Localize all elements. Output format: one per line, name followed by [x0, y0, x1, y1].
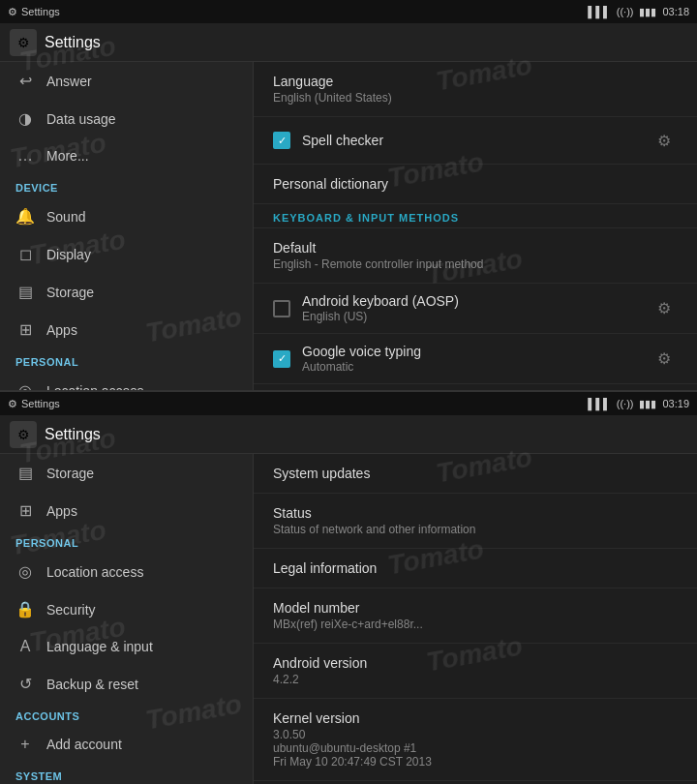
language-title: Language — [273, 74, 678, 89]
bottom-status-title: Settings — [21, 398, 60, 409]
status-title: Status — [273, 505, 678, 521]
bottom-backup-label: Backup & reset — [46, 677, 138, 692]
bottom-signal-icon: ▌▌▌ — [588, 398, 610, 409]
top-content-panel: Language English (United States) Spell c… — [254, 62, 697, 390]
google-voice-row[interactable]: Google voice typing Automatic ⚙ — [254, 334, 697, 384]
bottom-screen: ⚙ Settings ▌▌▌ ((·)) ▮▮▮ 03:19 ⚙ Setting… — [0, 392, 697, 784]
bottom-language-label: Language & input — [46, 639, 153, 654]
answer-icon: ↩ — [15, 72, 35, 90]
sidebar-item-data-usage[interactable]: ◑ Data usage — [0, 100, 253, 137]
default-item[interactable]: Default English - Remote controller inpu… — [254, 228, 697, 284]
sidebar-item-display[interactable]: ◻ Display — [0, 235, 253, 273]
top-title-bar: ⚙ Settings — [0, 23, 697, 62]
legal-info-item[interactable]: Legal information — [254, 549, 697, 588]
bottom-battery-icon: ▮▮▮ — [639, 398, 656, 410]
data-icon: ◑ — [15, 109, 35, 128]
top-screen: ⚙ Settings ▌▌▌ ((·)) ▮▮▮ 03:18 ⚙ Setting… — [0, 0, 697, 392]
bottom-backup-icon: ↺ — [15, 675, 35, 693]
settings-icon: ⚙ — [8, 6, 17, 18]
status-subtitle: Status of network and other information — [273, 523, 678, 536]
sound-label: Sound — [46, 209, 85, 225]
spell-checker-text: Spell checker — [302, 133, 639, 148]
sidebar-item-storage[interactable]: ▤ Storage — [0, 273, 253, 311]
top-page-title: Settings — [45, 34, 101, 51]
storage-label: Storage — [46, 285, 94, 300]
sidebar-item-answer[interactable]: ↩ Answer — [0, 62, 253, 100]
spell-checker-settings-icon[interactable]: ⚙ — [651, 127, 678, 154]
bottom-storage-icon: ▤ — [15, 464, 35, 482]
add-account-label: Add account — [46, 737, 122, 752]
add-account-icon: + — [15, 736, 35, 753]
device-section-label: DEVICE — [0, 174, 253, 197]
model-number-title: Model number — [273, 600, 678, 616]
android-version-title: Android version — [273, 655, 678, 671]
personal-dictionary-item[interactable]: Personal dictionary — [254, 165, 697, 204]
system-section-label: SYSTEM — [0, 763, 253, 784]
japanese-ime-row[interactable]: Japanese IME Japanese ⚙ — [254, 384, 697, 390]
language-item[interactable]: Language English (United States) — [254, 62, 697, 117]
bottom-time: 03:19 — [662, 398, 689, 409]
bottom-sidebar-storage[interactable]: ▤ Storage — [0, 454, 253, 492]
bottom-sidebar-security[interactable]: 🔒 Security — [0, 590, 253, 628]
kernel-version-title: Kernel version — [273, 710, 678, 726]
kernel-version-item[interactable]: Kernel version 3.0.50 ubuntu@ubuntu-desk… — [254, 699, 697, 781]
status-title: Settings — [21, 6, 60, 17]
personal-section-label: PERSONAL — [0, 348, 253, 372]
bottom-sidebar: ▤ Storage ⊞ Apps PERSONAL ◎ Location acc… — [0, 454, 254, 784]
legal-info-title: Legal information — [273, 560, 678, 576]
android-keyboard-checkbox[interactable] — [273, 300, 290, 317]
data-usage-label: Data usage — [46, 111, 116, 127]
top-sidebar: ↩ Answer ◑ Data usage … More... DEVICE 🔔… — [0, 62, 254, 390]
sidebar-item-location[interactable]: ◎ Location access — [0, 372, 253, 390]
google-voice-text: Google voice typing Automatic — [302, 344, 639, 374]
spell-checker-title: Spell checker — [302, 133, 639, 148]
google-voice-settings-icon[interactable]: ⚙ — [651, 346, 678, 373]
bottom-sidebar-add-account[interactable]: + Add account — [0, 726, 253, 763]
bottom-language-icon: A — [15, 638, 35, 655]
bottom-wifi-icon: ((·)) — [617, 398, 634, 409]
apps-icon: ⊞ — [15, 320, 35, 339]
system-updates-title: System updates — [273, 466, 678, 481]
sidebar-item-sound[interactable]: 🔔 Sound — [0, 197, 253, 235]
bottom-apps-icon: ⊞ — [15, 501, 35, 520]
wifi-icon: ((·)) — [617, 6, 634, 17]
status-left: ⚙ Settings — [8, 6, 60, 18]
android-version-item[interactable]: Android version 4.2.2 — [254, 644, 697, 699]
location-label: Location access — [46, 383, 143, 391]
top-time: 03:18 — [662, 6, 689, 17]
bottom-sidebar-location[interactable]: ◎ Location access — [0, 553, 253, 590]
android-keyboard-settings-icon[interactable]: ⚙ — [651, 295, 678, 322]
bottom-content-panel: System updates Status Status of network … — [254, 454, 697, 784]
bottom-security-label: Security — [46, 602, 96, 618]
language-subtitle: English (United States) — [273, 91, 678, 105]
bottom-security-icon: 🔒 — [15, 600, 35, 618]
bottom-sidebar-language[interactable]: A Language & input — [0, 628, 253, 665]
google-voice-subtitle: Automatic — [302, 360, 639, 374]
storage-icon: ▤ — [15, 283, 35, 301]
default-subtitle: English - Remote controller input method — [273, 257, 678, 271]
google-voice-checkbox[interactable] — [273, 350, 290, 368]
accounts-section-label: ACCOUNTS — [0, 703, 253, 726]
spell-checker-checkbox[interactable] — [273, 132, 290, 149]
bottom-title-bar: ⚙ Settings — [0, 415, 697, 454]
bottom-sidebar-backup[interactable]: ↺ Backup & reset — [0, 665, 253, 703]
bottom-gear-icon: ⚙ — [10, 421, 37, 448]
sidebar-item-apps[interactable]: ⊞ Apps — [0, 311, 253, 348]
default-title: Default — [273, 240, 678, 256]
system-updates-item[interactable]: System updates — [254, 454, 697, 494]
bottom-status-left: ⚙ Settings — [8, 398, 60, 410]
status-item[interactable]: Status Status of network and other infor… — [254, 494, 697, 549]
model-number-item[interactable]: Model number MBx(ref) reiXe-c+ard+el88r.… — [254, 588, 697, 644]
android-keyboard-row[interactable]: Android keyboard (AOSP) English (US) ⚙ — [254, 284, 697, 334]
bottom-personal-label: PERSONAL — [0, 529, 253, 553]
sidebar-item-more[interactable]: … More... — [0, 137, 253, 174]
spell-checker-row[interactable]: Spell checker ⚙ — [254, 117, 697, 165]
google-voice-title: Google voice typing — [302, 344, 639, 359]
status-right: ▌▌▌ ((·)) ▮▮▮ 03:18 — [588, 6, 689, 18]
location-icon: ◎ — [15, 381, 35, 390]
android-keyboard-text: Android keyboard (AOSP) English (US) — [302, 293, 639, 323]
personal-dictionary-title: Personal dictionary — [273, 176, 678, 192]
bottom-sidebar-apps[interactable]: ⊞ Apps — [0, 492, 253, 529]
android-keyboard-title: Android keyboard (AOSP) — [302, 293, 639, 309]
top-status-bar: ⚙ Settings ▌▌▌ ((·)) ▮▮▮ 03:18 — [0, 0, 697, 23]
